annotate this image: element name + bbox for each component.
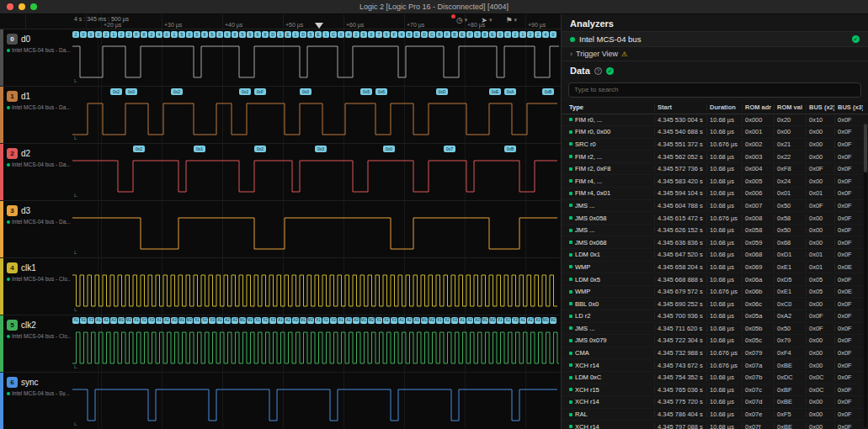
cycle-state-annotation: A1 xyxy=(95,317,102,324)
annotation-tool-button[interactable]: ➤ ▾ xyxy=(477,14,495,26)
column-header-duration[interactable]: Duration xyxy=(706,103,742,111)
table-row[interactable]: FIM r2, ...4.345 562 052 s10.68 µs0x0030… xyxy=(562,151,868,163)
chevron-down-icon: ▾ xyxy=(465,17,468,24)
cycle-state-annotation: M2 xyxy=(125,317,132,324)
channel-label[interactable]: 6syncIntel MCS-04 bus - Sy... xyxy=(3,373,72,429)
table-row[interactable]: RAL4.345 786 404 s10.68 µs0x07e0xF50x000… xyxy=(562,409,868,421)
channel-number-badge[interactable]: 6 xyxy=(7,377,18,388)
channel-label[interactable]: 5clk2Intel MCS-04 bus - Clo... xyxy=(3,315,72,372)
maximize-window-button[interactable] xyxy=(30,3,37,10)
search-input[interactable] xyxy=(568,82,861,98)
channel-number-badge[interactable]: 2 xyxy=(7,148,18,159)
cell-value: 0x0F xyxy=(834,177,863,185)
data-check-icon: ✓ xyxy=(606,67,614,75)
table-row[interactable]: JMS ...4.345 711 620 s10.68 µs0x05b0x500… xyxy=(562,323,868,336)
cell-type: WMP xyxy=(567,288,654,295)
trigger-marker-icon[interactable] xyxy=(315,23,323,29)
table-row[interactable]: LDM 0xC4.345 754 352 s10.68 µs0x07b0xDC0… xyxy=(562,372,868,384)
table-row[interactable]: JMS ...4.345 604 788 s10.68 µs0x0070x500… xyxy=(562,200,868,213)
channel-analyzer-label: Intel MCS-04 bus - Da... xyxy=(7,47,71,53)
waveform-area[interactable]: L xyxy=(72,258,561,315)
type-text: SRC r0 xyxy=(575,140,596,148)
trigger-view-row[interactable]: › Trigger View ⚠ xyxy=(562,47,868,61)
column-header-rom-val[interactable]: ROM val xyxy=(774,103,806,111)
waveform-area[interactable]: L xyxy=(72,373,561,429)
channel-label[interactable]: 2d2Intel MCS-04 bus - Da... xyxy=(3,144,72,200)
bus-annotation: 4 xyxy=(542,31,549,38)
channel-label[interactable]: 3d3Intel MCS-04 bus - Da... xyxy=(3,201,72,257)
channel-number-badge[interactable]: 4 xyxy=(7,262,18,273)
timer-tool-button[interactable]: ◷ ▾ xyxy=(453,14,471,26)
bus-annotation: 1 xyxy=(292,31,299,38)
channel-label[interactable]: 1d1Intel MCS-04 bus - Da... xyxy=(3,87,72,143)
column-header-start[interactable]: Start xyxy=(654,103,706,111)
marker-tool-button[interactable]: ⚑ ▾ xyxy=(502,14,520,26)
help-icon[interactable]: ? xyxy=(594,67,602,75)
channel-number-badge[interactable]: 5 xyxy=(7,320,18,331)
cell-value: 0x007 xyxy=(742,202,774,209)
table-row[interactable]: CMA4.345 732 988 s10.676 µs0x0790xF40x00… xyxy=(562,347,868,360)
waveform-area[interactable]: X1X2X3A1A2A3M1M2X1X2X3A1A2A3M1M2X1X2X3A1… xyxy=(72,315,561,372)
column-header-rom-adr[interactable]: ROM adr xyxy=(742,103,774,111)
cycle-state-annotation: M2 xyxy=(368,317,375,324)
channel-row-d1: 1d1Intel MCS-04 bus - Da...0x20x00x20x20… xyxy=(0,87,561,144)
table-row[interactable]: FIM r0, 0x004.345 540 688 s10.68 µs0x001… xyxy=(562,126,868,139)
table-scrollbar[interactable] xyxy=(864,124,867,427)
minimize-window-button[interactable] xyxy=(19,3,25,10)
cell-type: JMS ... xyxy=(567,325,654,332)
bus-annotation: 0x0 xyxy=(125,88,137,95)
bus-annotation: E xyxy=(413,31,420,38)
table-row[interactable]: LDM 0x14.345 647 520 s10.68 µs0x0680xD10… xyxy=(562,249,868,262)
channel-row-d0: 0d0Intel MCS-04 bus - Da...20002122F8240… xyxy=(0,29,561,87)
cell-value: 0xBE xyxy=(774,423,806,429)
table-row[interactable]: LD r24.345 700 936 s10.68 µs0x05a0xA20x0… xyxy=(562,310,868,323)
table-row[interactable]: LDM 0x54.345 668 888 s10.68 µs0x06a0xD50… xyxy=(562,273,868,286)
table-row[interactable]: FIM r4, ...4.345 583 420 s10.68 µs0x0050… xyxy=(562,175,868,188)
table-row[interactable]: XCH r144.345 743 672 s10.676 µs0x07a0xBE… xyxy=(562,359,868,372)
waveform-area[interactable]: L xyxy=(72,201,561,257)
type-text: XCH r14 xyxy=(575,423,599,429)
waveform-area[interactable]: 0x20x10x20x30x00x70xBL xyxy=(72,144,561,200)
table-row[interactable]: JMS 0x0794.345 722 304 s10.68 µs0x05c0x7… xyxy=(562,335,868,347)
column-header-bus-x3-[interactable]: BUS (x3) xyxy=(834,103,863,111)
cycle-state-annotation: A2 xyxy=(285,317,291,324)
table-row[interactable]: XCH r144.345 797 088 s10.68 µs0x07f0xBE0… xyxy=(562,421,868,429)
cell-value: 0x06b xyxy=(742,288,774,295)
channel-label[interactable]: 0d0Intel MCS-04 bus - Da... xyxy=(3,29,72,86)
bus-annotation: 1 xyxy=(277,31,284,38)
table-row[interactable]: FIM r0, ...4.345 530 004 s10.68 µs0x0000… xyxy=(562,114,868,127)
channel-number-badge[interactable]: 3 xyxy=(7,205,18,216)
table-row[interactable]: FIM r4, 0x014.345 594 104 s10.68 µs0x006… xyxy=(562,188,868,200)
bus-annotation: B xyxy=(406,31,413,38)
column-header-type[interactable]: Type xyxy=(567,103,654,111)
channel-number-badge[interactable]: 0 xyxy=(7,34,18,45)
low-level-marker: L xyxy=(74,250,77,255)
row-status-dot-icon xyxy=(569,229,572,232)
cycle-state-annotation: A3 xyxy=(413,317,420,324)
channel-number-badge[interactable]: 1 xyxy=(7,91,18,102)
table-row[interactable]: SRC r04.345 551 372 s10.676 µs0x0020x210… xyxy=(562,139,868,151)
table-row[interactable]: XCH r154.345 765 036 s10.68 µs0x07c0xBF0… xyxy=(562,384,868,397)
waveform-area[interactable]: 0x20x00x20x20xF0x00x50x60xD0xE0xA0xBL xyxy=(72,87,561,143)
channel-label[interactable]: 4clk1Intel MCS-04 bus - Clo... xyxy=(3,258,72,315)
table-row[interactable]: JMS 0x0684.345 636 836 s10.68 µs0x0590x6… xyxy=(562,236,868,249)
waveform-area[interactable]: 20002122F82401505850685968D1E1D5E1C0A250… xyxy=(72,29,561,86)
close-window-button[interactable] xyxy=(7,3,13,10)
cell-value: 0x07c xyxy=(742,386,774,394)
scrollbar-thumb[interactable] xyxy=(864,124,867,172)
analyzer-item-intel-mcs04[interactable]: Intel MCS-04 bus ✓ xyxy=(562,31,868,47)
column-header-bus-x2-[interactable]: BUS (x2) xyxy=(806,103,834,111)
cell-type: JMS 0x068 xyxy=(567,239,654,246)
cell-type: JMS ... xyxy=(567,202,654,209)
table-row[interactable]: WMP4.345 658 204 s10.68 µs0x0690xE10x010… xyxy=(562,262,868,274)
table-row[interactable]: JMS 0x0584.345 615 472 s10.676 µs0x0080x… xyxy=(562,212,868,225)
analyzer-dot-icon xyxy=(7,163,10,167)
table-row[interactable]: WMP4.345 679 572 s10.676 µs0x06b0xE10x05… xyxy=(562,286,868,299)
cell-type: LDM 0x1 xyxy=(567,251,654,258)
table-row[interactable]: XCH r144.345 775 720 s10.68 µs0x07d0xBE0… xyxy=(562,396,868,409)
bus-annotation: 7 xyxy=(375,31,382,38)
table-row[interactable]: BBL 0x04.345 690 252 s10.68 µs0x06c0xC00… xyxy=(562,298,868,310)
table-row[interactable]: FIM r2, 0xF84.345 572 736 s10.68 µs0x004… xyxy=(562,163,868,176)
cell-type: XCH r14 xyxy=(567,398,654,405)
table-row[interactable]: JMS ...4.345 626 152 s10.68 µs0x0580x500… xyxy=(562,225,868,237)
